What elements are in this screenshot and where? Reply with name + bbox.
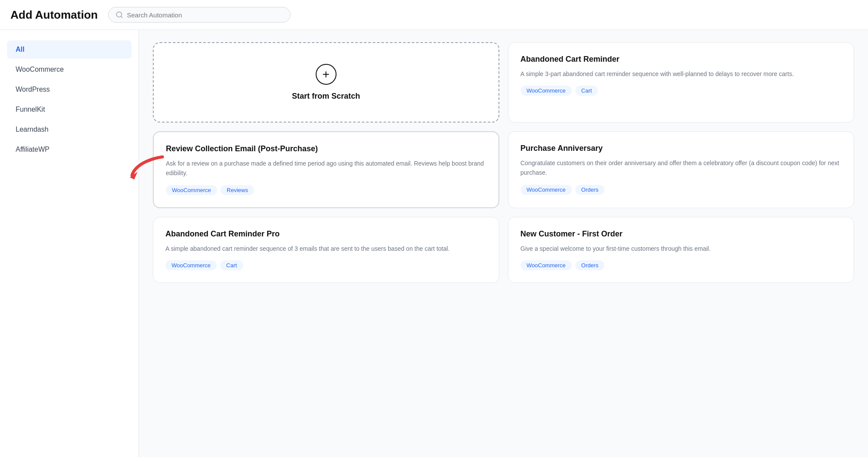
card-desc: A simple abandoned cart reminder sequenc… [165, 244, 487, 253]
sidebar-item-woocommerce[interactable]: WooCommerce [7, 60, 132, 79]
tag-woocommerce[interactable]: WooCommerce [166, 185, 217, 195]
card-title: New Customer - First Order [521, 229, 842, 239]
search-input[interactable] [127, 11, 283, 19]
tag-cart[interactable]: Cart [575, 86, 598, 96]
card-tags: WooCommerce Cart [521, 86, 842, 96]
sidebar-item-all[interactable]: All [7, 40, 132, 59]
card-desc: Congratulate customers on their order an… [521, 158, 842, 178]
card-tags: WooCommerce Cart [165, 260, 487, 270]
card-desc: Give a special welcome to your first-tim… [521, 244, 842, 253]
tag-woocommerce[interactable]: WooCommerce [521, 260, 572, 270]
sidebar-item-learndash[interactable]: Learndash [7, 120, 132, 139]
card-title: Purchase Anniversary [521, 144, 842, 153]
sidebar-item-affiliatewp[interactable]: AffiliateWP [7, 140, 132, 159]
card-title: Abandoned Cart Reminder [521, 55, 842, 64]
card-desc: Ask for a review on a purchase made a de… [166, 159, 486, 178]
sidebar-item-funnelkit[interactable]: FunnelKit [7, 100, 132, 119]
card-desc: A simple 3-part abandoned cart reminder … [521, 69, 842, 79]
header: Add Automation [0, 0, 868, 30]
tag-woocommerce[interactable]: WooCommerce [165, 260, 217, 270]
card-tags: WooCommerce Orders [521, 185, 842, 195]
card-review-collection-email[interactable]: Review Collection Email (Post-Purchase) … [153, 131, 499, 208]
card-title: Abandoned Cart Reminder Pro [165, 229, 487, 239]
card-tags: WooCommerce Orders [521, 260, 842, 270]
card-title: Review Collection Email (Post-Purchase) [166, 144, 486, 153]
tag-orders[interactable]: Orders [575, 185, 605, 195]
tag-woocommerce[interactable]: WooCommerce [521, 86, 572, 96]
main-layout: All WooCommerce WordPress FunnelKit Lear… [0, 30, 868, 457]
sidebar-item-wordpress[interactable]: WordPress [7, 80, 132, 99]
card-purchase-anniversary[interactable]: Purchase Anniversary Congratulate custom… [508, 131, 855, 208]
cards-grid: + Start from Scratch Abandoned Cart Remi… [153, 42, 854, 283]
search-bar[interactable] [108, 7, 290, 23]
tag-reviews[interactable]: Reviews [221, 185, 254, 195]
start-from-scratch-card[interactable]: + Start from Scratch [153, 42, 499, 123]
content-area: + Start from Scratch Abandoned Cart Remi… [139, 30, 868, 457]
card-abandoned-cart-pro[interactable]: Abandoned Cart Reminder Pro A simple aba… [153, 217, 499, 283]
tag-woocommerce[interactable]: WooCommerce [521, 185, 572, 195]
scratch-plus-icon: + [316, 64, 337, 85]
scratch-label: Start from Scratch [292, 92, 360, 101]
card-new-customer-first-order[interactable]: New Customer - First Order Give a specia… [508, 217, 855, 283]
svg-line-1 [121, 16, 122, 17]
card-tags: WooCommerce Reviews [166, 185, 486, 195]
page-title: Add Automation [10, 8, 98, 22]
search-icon [116, 11, 123, 19]
tag-orders[interactable]: Orders [575, 260, 605, 270]
card-abandoned-cart-reminder[interactable]: Abandoned Cart Reminder A simple 3-part … [508, 42, 855, 123]
sidebar: All WooCommerce WordPress FunnelKit Lear… [0, 30, 139, 457]
tag-cart[interactable]: Cart [220, 260, 243, 270]
